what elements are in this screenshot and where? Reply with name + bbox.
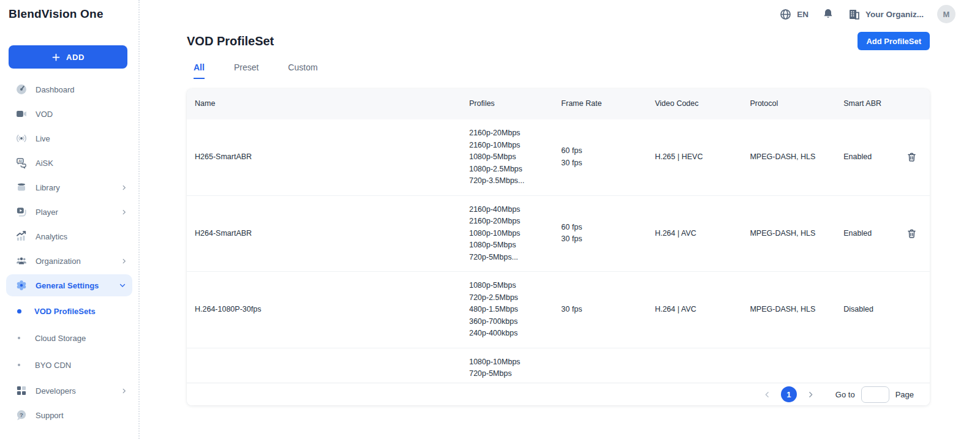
goto-page-input[interactable] <box>861 386 889 403</box>
language-selector[interactable]: EN <box>779 8 809 21</box>
table-row[interactable]: H.264-1080P-30fps 1080p-5Mbps720p-2.5Mbp… <box>187 271 930 348</box>
current-page-button[interactable]: 1 <box>781 386 797 402</box>
ai-chat-icon: AI <box>15 157 28 169</box>
sidebar-item-vod[interactable]: VOD <box>0 102 138 126</box>
library-icon <box>15 181 28 193</box>
sidebar-item-support[interactable]: ? Support <box>0 403 138 427</box>
table-row[interactable]: H264-SmartABR 2160p-40Mbps2160p-20Mbps10… <box>187 195 930 272</box>
delete-button[interactable] <box>905 227 919 241</box>
table-row[interactable]: H265-SmartABR 2160p-20Mbps2160p-10Mbps10… <box>187 119 930 195</box>
column-header-smart-abr: Smart ABR <box>843 98 900 110</box>
sidebar-item-player[interactable]: Player <box>0 200 138 224</box>
row-protocol: MPEG-DASH, HLS <box>750 304 843 316</box>
app-root: BlendVision One ADD Dashboard VOD <box>0 0 980 439</box>
row-video-codec: H.265 | HEVC <box>655 151 750 163</box>
column-header-name: Name <box>187 98 469 110</box>
table-row[interactable]: H.264-1080P-60fps 1080p-10Mbps720p-5Mbps… <box>187 348 930 383</box>
sidebar-item-organization[interactable]: Organization <box>0 249 138 273</box>
row-protocol: MPEG-DASH, HLS <box>750 228 843 240</box>
sidebar-nav: Dashboard VOD Live AI AiSK <box>0 77 138 427</box>
avatar[interactable]: M <box>937 5 956 23</box>
sidebar-item-label: General Settings <box>36 281 119 290</box>
row-profiles: 2160p-20Mbps2160p-10Mbps1080p-5Mbps1080p… <box>469 127 561 187</box>
bullet <box>18 337 20 339</box>
sidebar-item-general-settings[interactable]: General Settings <box>6 274 132 296</box>
notifications-button[interactable] <box>822 8 834 20</box>
column-header-profiles: Profiles <box>469 98 561 110</box>
row-profiles: 1080p-5Mbps720p-2.5Mbps480p-1.5Mbps360p-… <box>469 280 561 340</box>
main-area: EN Your Organiz... M VOD ProfileSet Add … <box>140 0 980 439</box>
delete-button[interactable] <box>905 150 919 164</box>
trash-icon <box>906 228 918 239</box>
goto-label: Go to <box>835 390 855 399</box>
chevron-right-icon <box>121 209 127 216</box>
grid-icon <box>15 385 28 397</box>
page-label: Page <box>895 390 914 399</box>
tabs: All Preset Custom <box>187 62 930 79</box>
add-button-label: ADD <box>66 53 85 62</box>
chevron-down-icon <box>119 282 126 289</box>
globe-icon <box>779 8 792 21</box>
building-icon <box>848 8 861 21</box>
svg-text:AI: AI <box>18 159 22 163</box>
row-smart-abr: Disabled <box>843 304 900 316</box>
sidebar: BlendVision One ADD Dashboard VOD <box>0 0 140 439</box>
brand-logo: BlendVision One <box>0 5 138 21</box>
column-header-frame-rate: Frame Rate <box>561 98 655 110</box>
row-smart-abr: Enabled <box>843 228 900 240</box>
table-header: Name Profiles Frame Rate Video Codec Pro… <box>187 89 930 119</box>
next-page-button[interactable] <box>805 389 816 400</box>
pagination: 1 Go to Page <box>187 383 930 405</box>
page-title: VOD ProfileSet <box>187 34 274 48</box>
trash-icon <box>906 151 918 163</box>
add-button[interactable]: ADD <box>9 45 127 69</box>
row-frame-rate: 30 fps <box>561 304 655 316</box>
gear-flower-icon <box>15 279 28 291</box>
sidebar-item-aisk[interactable]: AI AiSK <box>0 151 138 175</box>
tab-custom[interactable]: Custom <box>288 62 317 79</box>
row-video-codec: H.264 | AVC <box>655 304 750 316</box>
sidebar-item-analytics[interactable]: Analytics <box>0 224 138 249</box>
sidebar-item-label: Player <box>36 208 121 217</box>
chevron-right-icon <box>121 258 127 265</box>
sidebar-item-label: Developers <box>36 386 121 396</box>
sidebar-subitem-cloud-storage[interactable]: Cloud Storage <box>0 325 138 351</box>
row-name: H.264-1080P-30fps <box>187 304 469 316</box>
chevron-right-icon <box>121 184 127 191</box>
sidebar-subitem-label: BYO CDN <box>35 361 71 370</box>
profileset-table: Name Profiles Frame Rate Video Codec Pro… <box>187 89 930 405</box>
bell-icon <box>822 8 834 20</box>
previous-page-button[interactable] <box>762 389 772 400</box>
add-profileset-button[interactable]: Add ProfileSet <box>858 32 930 50</box>
gauge-icon <box>15 83 28 96</box>
sidebar-subitem-vod-profilesets[interactable]: VOD ProfileSets <box>0 298 138 325</box>
organization-selector[interactable]: Your Organiz... <box>848 8 924 21</box>
bullet <box>18 364 20 366</box>
player-icon <box>15 206 28 218</box>
question-icon: ? <box>15 409 28 421</box>
live-broadcast-icon <box>15 132 28 144</box>
row-video-codec: H.264 | AVC <box>655 228 750 240</box>
sidebar-item-dashboard[interactable]: Dashboard <box>0 77 138 102</box>
row-name: H264-SmartABR <box>187 228 469 240</box>
sidebar-item-label: Analytics <box>36 232 127 241</box>
row-smart-abr: Enabled <box>843 151 900 163</box>
tab-all[interactable]: All <box>194 62 205 79</box>
sidebar-item-developers[interactable]: Developers <box>0 378 138 403</box>
topbar: EN Your Organiz... M <box>140 0 980 22</box>
sidebar-subitem-label: VOD ProfileSets <box>34 307 96 316</box>
row-frame-rate: 60 fps30 fps <box>561 222 655 246</box>
sidebar-item-label: Support <box>36 411 127 420</box>
sidebar-item-label: Organization <box>36 257 121 266</box>
sidebar-item-label: Live <box>36 134 127 143</box>
row-protocol: MPEG-DASH, HLS <box>750 151 843 163</box>
sidebar-item-label: Library <box>36 183 121 192</box>
svg-text:?: ? <box>20 411 23 418</box>
sidebar-item-live[interactable]: Live <box>0 126 138 151</box>
sidebar-subitem-byo-cdn[interactable]: BYO CDN <box>0 351 138 378</box>
sidebar-item-library[interactable]: Library <box>0 175 138 200</box>
active-bullet <box>17 309 21 313</box>
organization-label: Your Organiz... <box>865 10 924 19</box>
tab-preset[interactable]: Preset <box>234 62 258 79</box>
people-icon <box>15 255 28 267</box>
